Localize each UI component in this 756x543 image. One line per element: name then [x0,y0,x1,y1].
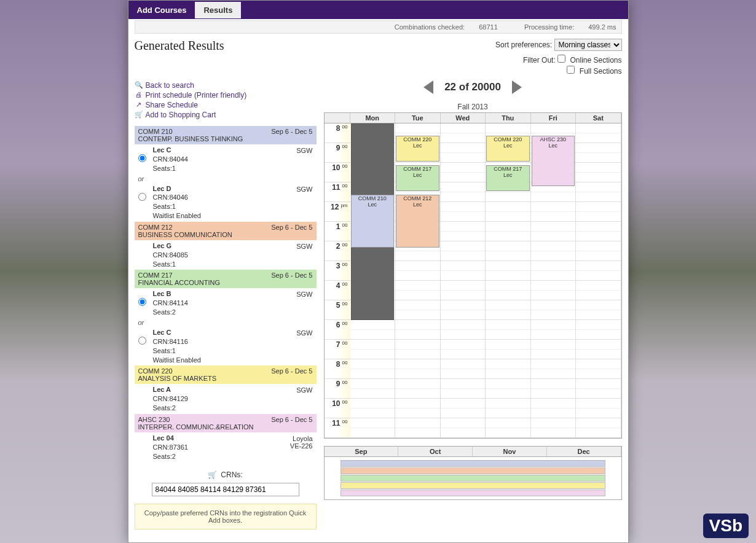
course-header: COMM 212Sep 6 - Dec 5BUSINESS COMMUNICAT… [135,222,317,240]
month-overview: SepOctNovDec [324,446,622,500]
month-bar [341,467,605,474]
course-header: COMM 217Sep 6 - Dec 5FINANCIAL ACCOUNTIN… [135,270,317,288]
stats-bar: Combinations checked: 68711 Processing t… [135,20,622,34]
schedule-event[interactable]: AHSC 230Lec [532,136,575,186]
schedule-event[interactable]: COMM 217Lec [486,165,530,191]
schedule-grid: MonTueWedThuFriSat 8 009 0010 0011 0012 … [324,112,622,439]
schedule-event[interactable]: COMM 220Lec [486,136,530,162]
schedule-event[interactable]: COMM 212Lec [396,195,439,248]
time-label: 10 00 [325,399,350,418]
time-label: 8 00 [325,359,350,379]
section-radio[interactable] [138,337,146,345]
tab-add-courses[interactable]: Add Courses [128,2,195,18]
filter-online-label: Online Sections [570,56,621,64]
pager-text: 22 of 20000 [444,81,501,93]
month-bar [341,460,605,467]
time-label: 11 00 [325,418,350,438]
time-label: 9 00 [325,143,350,163]
month-bar [341,482,605,489]
day-header: Mon [350,113,396,123]
schedule-event[interactable]: COMM 220Lec [396,136,439,162]
section-row: Lec GCRN:84085Seats:1SGW [135,240,317,270]
time-label: 3 00 [325,261,350,281]
section-radio[interactable] [138,298,146,306]
day-column: AHSC 230Lec [531,123,577,438]
day-column [576,123,621,438]
printer-icon: 🖨 [135,91,143,100]
cart-icon: 🛒 [135,111,143,119]
schedule-event[interactable]: COMM 217Lec [396,165,439,191]
schedule-event[interactable]: COMM 210Lec [351,195,395,248]
tip-box: Copy/paste preferred CRNs into the regis… [135,504,317,529]
magnifier-icon: 🔍 [135,81,143,90]
section-row: Lec 04CRN:87361Seats:2LoyolaVE-226 [135,432,317,463]
time-label: 4 00 [325,281,350,300]
pager-next-icon[interactable] [512,80,522,94]
day-header: Thu [486,113,531,123]
print-link[interactable]: 🖨Print schedule (Printer friendly) [135,90,317,100]
or-label: or [135,319,317,326]
day-header: Wed [441,113,486,123]
time-label: 8 00 [325,123,350,143]
filter-label: Filter Out: [523,56,556,64]
month-header: Oct [398,447,473,456]
section-row: Lec ACRN:84129Seats:2SGW [135,384,317,414]
section-row: Lec CCRN:84116Seats:1Waitlist EnabledSGW [135,327,317,365]
time-label: 12 pm [325,202,350,222]
filter-full-checkbox[interactable] [567,66,575,74]
crn-label: 🛒 CRNs: [208,471,242,479]
time-label: 5 00 [325,300,350,320]
tab-results[interactable]: Results [195,2,241,18]
crn-input[interactable] [152,483,299,496]
share-icon: ↗ [135,101,143,109]
term-label: Fall 2013 [324,103,622,111]
share-link[interactable]: ↗Share Schedule [135,100,317,110]
time-label: 7 00 [325,340,350,359]
filter-full-label: Full Sections [580,67,622,76]
page-title: Generated Results [135,39,224,53]
cart-icon: 🛒 [208,471,217,479]
month-header: Dec [547,447,621,456]
day-column [441,123,486,438]
watermark: VSb [703,514,749,538]
month-bar [341,475,605,482]
back-link[interactable]: 🔍Back to search [135,80,317,90]
sort-label: Sort preferences: [495,41,552,49]
section-radio[interactable] [138,193,146,201]
section-row: Lec CCRN:84044Seats:1SGW [135,144,317,174]
time-label: 11 00 [325,182,350,202]
or-label: or [135,175,317,182]
time-label: 1 00 [325,222,350,241]
cart-link[interactable]: 🛒Add to Shopping Cart [135,110,317,120]
course-header: AHSC 230Sep 6 - Dec 5INTERPER. COMMUNIC.… [135,414,317,432]
month-header: Nov [473,447,547,456]
day-column: COMM 220LecCOMM 217LecCOMM 212Lec [395,123,441,438]
day-header: Fri [531,113,577,123]
course-list: COMM 210Sep 6 - Dec 5CONTEMP. BUSINESS T… [135,126,317,462]
course-header: COMM 220Sep 6 - Dec 5ANALYSIS OF MARKETS [135,365,317,384]
day-header: Tue [395,113,441,123]
section-row: Lec DCRN:84046Seats:1Waitlist EnabledSGW [135,183,317,222]
tabs-bar: Add Courses Results [128,1,628,19]
month-bar [341,490,605,496]
time-label: 9 00 [325,379,350,399]
filter-online-checkbox[interactable] [557,55,565,63]
day-header: Sat [576,113,621,123]
month-header: Sep [325,447,399,456]
section-row: Lec BCRN:84114Seats:2SGW [135,288,317,318]
pager-prev-icon[interactable] [423,80,433,94]
course-header: COMM 210Sep 6 - Dec 5CONTEMP. BUSINESS T… [135,126,317,144]
time-label: 6 00 [325,320,350,340]
sort-select[interactable]: Morning classes [554,39,622,51]
day-column: COMM 220LecCOMM 217Lec [486,123,531,438]
time-label: 2 00 [325,241,350,261]
time-label: 10 00 [325,163,350,182]
day-column: COMM 210Lec [350,123,396,438]
section-radio[interactable] [138,154,146,162]
